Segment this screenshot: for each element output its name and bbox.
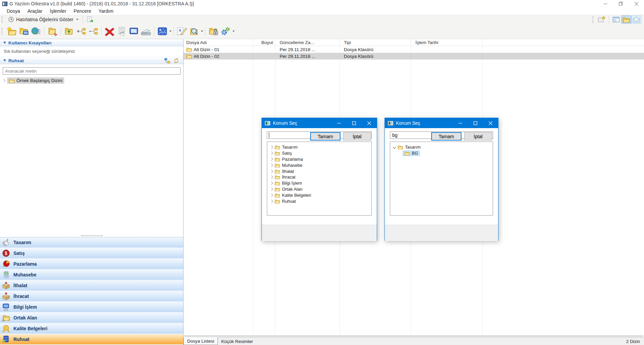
tree-node[interactable]: Ortak Alan	[267, 186, 371, 192]
tree-node[interactable]: Ruhsat	[267, 198, 371, 204]
dialog-maximize-button[interactable]	[347, 118, 362, 128]
dialog-app-icon	[388, 121, 393, 125]
grid-star-icon[interactable]	[597, 15, 607, 24]
toolbar2-grip[interactable]	[2, 28, 4, 35]
restore-button[interactable]	[613, 0, 629, 7]
recycle-document-icon[interactable]	[116, 26, 128, 37]
category-ortak-alan[interactable]: Ortak Alan	[0, 313, 183, 323]
image-icon[interactable]	[156, 26, 168, 37]
settings-dropdown-icon[interactable]	[233, 31, 235, 32]
tree-node[interactable]: Bilgi İşlem	[267, 180, 371, 186]
chevron-down-icon[interactable]	[393, 146, 396, 149]
chevron-right-icon[interactable]	[2, 79, 6, 82]
scanner-icon[interactable]	[140, 26, 152, 37]
ok-button[interactable]: Tamam	[310, 132, 340, 141]
category-muhasebe[interactable]: Muhasebe	[0, 270, 183, 280]
edit-document-icon[interactable]: A	[176, 26, 188, 37]
category-bilgi-islem[interactable]: Bilgi İşlem	[0, 302, 183, 313]
tree-collapse-icon[interactable]	[87, 26, 99, 37]
column-header-name[interactable]: Dosya Adı	[184, 39, 253, 46]
horizontal-scrollbar[interactable]	[184, 335, 644, 337]
settings-gears-icon[interactable]	[219, 26, 232, 37]
menu-araclar[interactable]: Araçlar	[24, 8, 46, 14]
category-ihracat[interactable]: İhracat	[0, 291, 183, 302]
dialog-maximize-button[interactable]	[468, 118, 483, 128]
sidebar-root-node[interactable]: Örnek Başlangıç Dizini	[0, 75, 183, 84]
cancel-button[interactable]: İptal	[464, 132, 492, 141]
save-icon[interactable]	[128, 26, 140, 37]
splitter-handle[interactable]	[0, 234, 183, 237]
search-dropdown-icon[interactable]	[201, 31, 203, 32]
cancel-button[interactable]: İptal	[343, 132, 371, 141]
section-header-ruhsat[interactable]: Ruhsat	[0, 57, 183, 64]
location-tree: Tasarım Satış Pazarlama Muhasebe İthalat…	[267, 142, 372, 216]
image-dropdown-icon[interactable]	[169, 31, 171, 32]
category-satis[interactable]: $ Satış	[0, 248, 183, 259]
tree-node[interactable]: Pazarlama	[267, 156, 371, 162]
menu-dosya[interactable]: Dosya	[3, 8, 24, 14]
minimize-button[interactable]	[598, 0, 613, 7]
file-row[interactable]: Alt Dizin - 01 Per 29.11.2018 ... Dosya …	[184, 46, 644, 53]
scrollbar-thumb[interactable]	[184, 335, 643, 337]
new-folder-icon[interactable]	[6, 26, 18, 37]
folder-remove-icon[interactable]	[46, 26, 58, 37]
toolbar-grip-right[interactable]	[593, 16, 595, 23]
tree-node[interactable]: İthalat	[267, 168, 371, 174]
dialog-minimize-button[interactable]	[331, 118, 347, 128]
dialog-app-icon	[265, 121, 270, 125]
tree-expand-icon[interactable]	[75, 26, 87, 37]
tree-node[interactable]: Muhasebe	[267, 162, 371, 168]
folder-lock-icon[interactable]	[207, 26, 219, 37]
shortcuts-hint: Sık kullanılan seçeneği sürükleyiniz	[0, 46, 183, 57]
dialog-title: Konum Seç	[396, 120, 420, 126]
tree-node[interactable]: Satış	[267, 150, 371, 156]
dialog-title-bar[interactable]: Konum Seç	[385, 118, 498, 128]
tree-node[interactable]: Kalite Belgeleri	[267, 192, 371, 198]
hierarchy-icon[interactable]	[164, 58, 170, 64]
toolbar-top: Hatırlatma Öğelerini Göster	[0, 15, 644, 24]
folder-view-icon[interactable]	[621, 15, 631, 24]
column-header-size[interactable]: Boyut	[253, 39, 275, 46]
close-button[interactable]	[629, 0, 644, 7]
folder-up-icon[interactable]	[63, 26, 75, 37]
reminder-toggle-button[interactable]: Hatırlatma Öğelerini Göster	[6, 16, 81, 23]
search-folder-icon[interactable]	[188, 26, 200, 37]
sidebar-search-input[interactable]	[3, 67, 180, 75]
panel-view-icon[interactable]	[611, 15, 621, 24]
directory-count: 2 Dizin	[626, 338, 644, 345]
menu-islemler[interactable]: İşlemler	[46, 8, 70, 14]
text-caret	[269, 132, 269, 138]
column-header-type[interactable]: Tipi	[339, 39, 411, 46]
tree-node[interactable]: Tasarım	[267, 144, 371, 150]
category-pazarlama[interactable]: Pazarlama	[0, 259, 183, 270]
toolbar-main: A	[0, 24, 644, 39]
mail-view-icon[interactable]	[631, 15, 641, 24]
refresh-icon[interactable]	[173, 58, 179, 64]
column-header-updated[interactable]: Güncelleme Za...	[275, 39, 339, 46]
column-header-process-date[interactable]: İşlem Tarihi	[411, 39, 482, 46]
tab-dosya-listesi[interactable]: Dosya Listesi	[184, 337, 218, 345]
folder-screen-icon[interactable]	[18, 26, 30, 37]
file-row-selected[interactable]: Alt Dizin - 02 Per 29.11.2018 ... Dosya …	[184, 53, 644, 60]
menu-yardim[interactable]: Yardım	[95, 8, 117, 14]
dialog-minimize-button[interactable]	[453, 118, 468, 128]
dialog-close-button[interactable]	[362, 118, 377, 128]
toolbar-grip[interactable]	[2, 16, 4, 23]
tree-node[interactable]: İhracat	[267, 174, 371, 180]
shortcuts-header[interactable]: Kullanıcı Kısayolları	[0, 39, 183, 46]
menu-pencere[interactable]: Pencere	[70, 8, 95, 14]
category-tasarim[interactable]: Tasarım	[0, 237, 183, 248]
category-ithalat[interactable]: İthalat	[0, 280, 183, 291]
svg-text:A: A	[179, 29, 181, 32]
dialog-close-button[interactable]	[483, 118, 498, 128]
tab-kucuk-resimler[interactable]: Küçük Resimler	[218, 338, 256, 345]
dialog-title-bar[interactable]: Konum Seç	[262, 118, 377, 128]
tree-node-expanded[interactable]: Tasarım	[390, 144, 493, 150]
tree-node-selected[interactable]: BG	[390, 150, 493, 156]
ok-button[interactable]: Tamam	[431, 132, 461, 141]
delete-icon[interactable]	[104, 26, 116, 37]
globe-folder-icon[interactable]	[30, 26, 42, 37]
category-kalite-belgeleri[interactable]: Kalite Belgeleri	[0, 323, 183, 334]
category-ruhsat[interactable]: Ruhsat	[0, 334, 183, 345]
export-item-icon[interactable]	[85, 15, 95, 24]
